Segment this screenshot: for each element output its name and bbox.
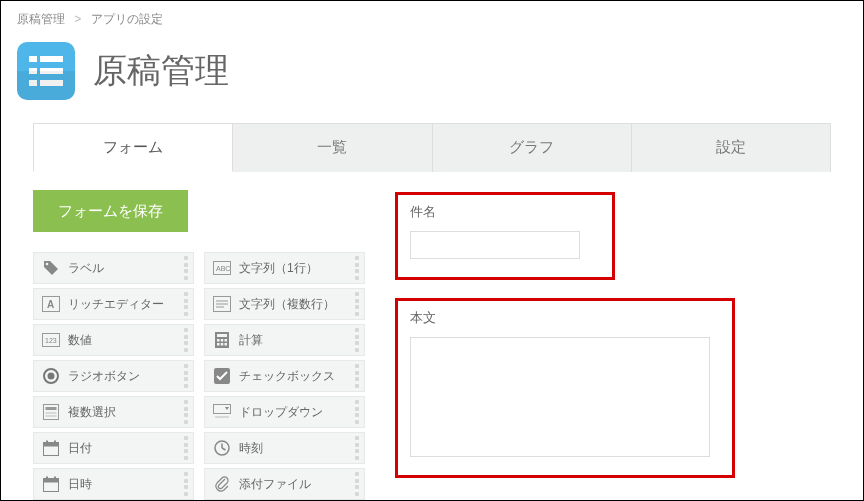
breadcrumb-root[interactable]: 原稿管理 [17, 12, 65, 26]
svg-rect-37 [46, 441, 48, 445]
palette-item-dropdown[interactable]: ドロップダウン [204, 396, 365, 428]
svg-rect-38 [54, 441, 56, 445]
palette-item-checkbox[interactable]: チェックボックス [204, 360, 365, 392]
palette-item-text-multi[interactable]: 文字列（複数行） [204, 288, 365, 320]
palette-item-radio[interactable]: ラジオボタン [33, 360, 194, 392]
svg-rect-2 [40, 56, 63, 62]
field-palette: フォームを保存 ラベル ABC 文字列（1行） [33, 190, 365, 500]
palette-item-calc[interactable]: 計算 [204, 324, 365, 356]
palette-item-label[interactable]: ラベル [33, 252, 194, 284]
svg-rect-5 [29, 80, 37, 86]
svg-rect-6 [40, 80, 63, 86]
svg-text:123: 123 [45, 337, 57, 344]
field-subject-input[interactable] [410, 231, 580, 259]
svg-text:A: A [47, 299, 54, 310]
svg-rect-1 [29, 56, 37, 62]
tab-settings[interactable]: 設定 [632, 123, 831, 172]
svg-rect-44 [46, 477, 48, 481]
svg-rect-21 [221, 339, 224, 342]
palette-item-text: 添付ファイル [239, 476, 311, 493]
checkbox-icon [211, 366, 233, 386]
palette-item-text: 文字列（1行） [239, 260, 318, 277]
field-body[interactable]: 本文 [395, 298, 735, 478]
palette-item-number[interactable]: 123 数値 [33, 324, 194, 356]
svg-rect-30 [46, 407, 57, 410]
breadcrumb-separator: > [74, 12, 81, 26]
datetime-icon [40, 474, 62, 494]
palette-item-text: チェックボックス [239, 368, 335, 385]
tab-list[interactable]: 一覧 [233, 123, 432, 172]
svg-rect-33 [214, 405, 231, 414]
svg-rect-45 [54, 477, 56, 481]
dropdown-icon [211, 402, 233, 422]
date-icon [40, 438, 62, 458]
svg-rect-36 [44, 443, 59, 447]
multiselect-icon [40, 402, 62, 422]
save-form-button[interactable]: フォームを保存 [33, 190, 188, 232]
svg-rect-23 [217, 343, 220, 346]
palette-item-text: 時刻 [239, 440, 263, 457]
svg-rect-19 [217, 334, 227, 337]
radio-icon [40, 366, 62, 386]
number-icon: 123 [40, 330, 62, 350]
svg-point-27 [48, 373, 55, 380]
palette-item-text: 複数選択 [68, 404, 116, 421]
tabs: フォーム 一覧 グラフ 設定 [33, 122, 831, 172]
palette-item-multiselect[interactable]: 複数選択 [33, 396, 194, 428]
svg-rect-22 [225, 339, 228, 342]
palette-item-text: 日時 [68, 476, 92, 493]
palette-item-text: 数値 [68, 332, 92, 349]
palette-item-time[interactable]: 時刻 [204, 432, 365, 464]
breadcrumb-current: アプリの設定 [91, 12, 163, 26]
palette-item-richtext[interactable]: A リッチエディター [33, 288, 194, 320]
time-icon [211, 438, 233, 458]
calc-icon [211, 330, 233, 350]
text-single-icon: ABC [211, 258, 233, 278]
svg-line-41 [222, 448, 226, 450]
svg-point-7 [46, 263, 49, 266]
svg-rect-4 [40, 68, 63, 74]
field-body-label: 本文 [410, 309, 720, 327]
svg-rect-29 [44, 405, 59, 420]
tab-graph[interactable]: グラフ [433, 123, 632, 172]
page-title: 原稿管理 [93, 48, 229, 94]
svg-rect-3 [29, 68, 37, 74]
attachment-icon [211, 474, 233, 494]
svg-rect-20 [217, 339, 220, 342]
palette-item-text: ドロップダウン [239, 404, 323, 421]
breadcrumb: 原稿管理 > アプリの設定 [1, 1, 863, 34]
app-icon [17, 42, 75, 100]
svg-text:ABC: ABC [216, 265, 230, 272]
palette-item-text: ラベル [68, 260, 104, 277]
richtext-icon: A [40, 294, 62, 314]
form-canvas: 件名 本文 [395, 190, 831, 500]
field-subject[interactable]: 件名 [395, 192, 615, 280]
palette-item-text: 文字列（複数行） [239, 296, 335, 313]
palette-item-text: 日付 [68, 440, 92, 457]
field-body-input[interactable] [410, 337, 710, 457]
palette-item-datetime[interactable]: 日時 [33, 468, 194, 500]
text-multi-icon [211, 294, 233, 314]
svg-rect-25 [225, 343, 228, 346]
palette-item-date[interactable]: 日付 [33, 432, 194, 464]
field-subject-label: 件名 [410, 203, 600, 221]
palette-item-attachment[interactable]: 添付ファイル [204, 468, 365, 500]
svg-rect-24 [221, 343, 224, 346]
tab-form[interactable]: フォーム [33, 123, 233, 172]
palette-item-text: 計算 [239, 332, 263, 349]
svg-rect-43 [44, 479, 59, 483]
palette-item-text: ラジオボタン [68, 368, 140, 385]
tag-icon [40, 258, 62, 278]
palette-item-text-single[interactable]: ABC 文字列（1行） [204, 252, 365, 284]
palette-item-text: リッチエディター [68, 296, 164, 313]
